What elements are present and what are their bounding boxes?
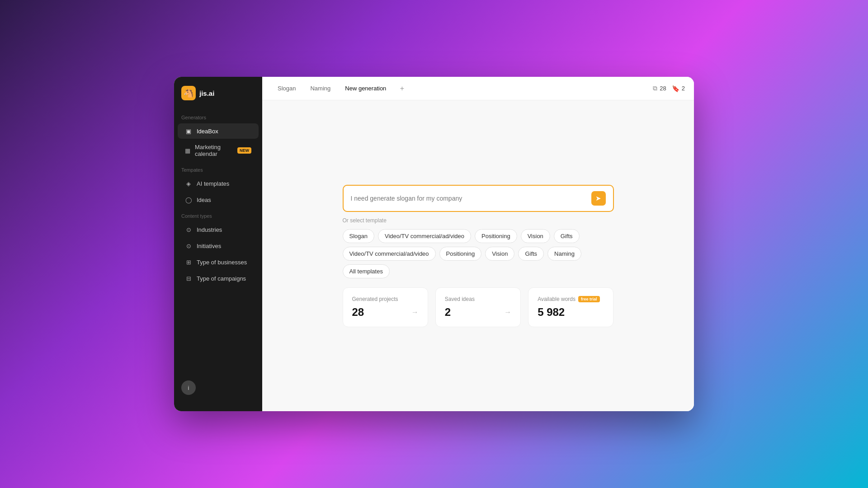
chip-video-tv-2[interactable]: Video/TV commercial/ad/video xyxy=(343,247,436,261)
saved-ideas-arrow[interactable]: → xyxy=(504,308,511,316)
topbar-right: ⧉ 28 🔖 2 xyxy=(653,84,685,92)
template-row-1: Slogan Video/TV commercial/ad/video Posi… xyxy=(343,229,614,243)
chip-positioning-1[interactable]: Positioning xyxy=(475,229,517,243)
stats-row: Generated projects 28 → Saved ideas 2 → xyxy=(343,287,614,327)
sidebar-item-ai-templates[interactable]: ◈ AI templates xyxy=(178,176,259,191)
calendar-icon: ▦ xyxy=(185,147,190,154)
tab-slogan[interactable]: Slogan xyxy=(271,82,302,94)
user-avatar[interactable]: i xyxy=(181,380,196,395)
stat-card-saved-ideas: Saved ideas 2 → xyxy=(435,287,521,327)
generated-projects-value-row: 28 → xyxy=(352,306,419,319)
topbar-projects-count: 28 xyxy=(660,85,666,92)
logo-text: jis.ai xyxy=(199,89,214,97)
search-send-button[interactable]: ➤ xyxy=(591,191,606,206)
ideas-label: Ideas xyxy=(197,197,211,203)
sidebar-item-initiatives[interactable]: ⊙ Initiatives xyxy=(178,238,259,253)
chip-vision-1[interactable]: Vision xyxy=(521,229,550,243)
tab-bar: Slogan Naming New generation + xyxy=(271,82,408,94)
content-types-section-label: Content types xyxy=(174,208,262,221)
center-area: ➤ Or select template Slogan Video/TV com… xyxy=(262,100,694,411)
logo-icon: 🐴 xyxy=(181,86,196,100)
app-window: 🐴 jis.ai Generators ▣ IdeaBox ▦ Marketin… xyxy=(174,77,694,411)
industries-icon: ⊙ xyxy=(185,226,192,233)
ideabox-icon: ▣ xyxy=(185,127,192,135)
topbar-ideas-count: 2 xyxy=(682,85,685,92)
ai-templates-label: AI templates xyxy=(197,180,229,187)
new-badge: NEW xyxy=(237,147,251,154)
available-words-value-row: 5 982 xyxy=(538,306,604,319)
chip-all-templates[interactable]: All templates xyxy=(343,264,390,278)
search-container: ➤ Or select template Slogan Video/TV com… xyxy=(343,185,614,278)
topbar-projects-stat: ⧉ 28 xyxy=(653,84,666,92)
ideas-icon: ◯ xyxy=(185,196,192,203)
search-box: ➤ xyxy=(343,185,614,212)
bookmark-icon: 🔖 xyxy=(672,85,679,92)
add-tab-button[interactable]: + xyxy=(396,83,408,94)
main-content: Slogan Naming New generation + ⧉ 28 🔖 2 xyxy=(262,77,694,411)
topbar: Slogan Naming New generation + ⧉ 28 🔖 2 xyxy=(262,77,694,100)
topbar-ideas-stat: 🔖 2 xyxy=(672,85,685,92)
logo-area[interactable]: 🐴 jis.ai xyxy=(174,86,262,109)
businesses-icon: ⊞ xyxy=(185,258,192,266)
chip-positioning-2[interactable]: Positioning xyxy=(439,247,482,261)
template-row-2: Video/TV commercial/ad/video Positioning… xyxy=(343,247,614,278)
sidebar-item-industries[interactable]: ⊙ Industries xyxy=(178,222,259,237)
generated-projects-label: Generated projects xyxy=(352,296,419,302)
chip-gifts-2[interactable]: Gifts xyxy=(518,247,544,261)
available-words-value: 5 982 xyxy=(538,306,565,319)
generated-projects-value: 28 xyxy=(352,306,364,319)
generated-projects-arrow[interactable]: → xyxy=(411,308,419,316)
free-trial-badge: free trial xyxy=(578,296,600,302)
industries-label: Industries xyxy=(197,226,222,233)
marketing-calendar-label: Marketing calendar xyxy=(195,144,231,157)
saved-ideas-value: 2 xyxy=(445,306,451,319)
chip-gifts-1[interactable]: Gifts xyxy=(554,229,580,243)
tab-naming[interactable]: Naming xyxy=(304,82,337,94)
sidebar-item-type-of-businesses[interactable]: ⊞ Type of businesses xyxy=(178,254,259,270)
available-words-label: Available words free trial xyxy=(538,296,604,302)
campaigns-icon: ⊟ xyxy=(185,275,192,282)
chip-vision-2[interactable]: Vision xyxy=(485,247,514,261)
chip-naming[interactable]: Naming xyxy=(547,247,581,261)
sidebar-item-marketing-calendar[interactable]: ▦ Marketing calendar NEW xyxy=(178,140,259,161)
sidebar-item-ideas[interactable]: ◯ Ideas xyxy=(178,192,259,207)
type-of-campaigns-label: Type of campaigns xyxy=(197,275,246,282)
saved-ideas-value-row: 2 → xyxy=(445,306,511,319)
generators-section-label: Generators xyxy=(174,109,262,123)
ai-templates-icon: ◈ xyxy=(185,180,192,187)
saved-ideas-label: Saved ideas xyxy=(445,296,511,302)
type-of-businesses-label: Type of businesses xyxy=(197,259,247,266)
sidebar: 🐴 jis.ai Generators ▣ IdeaBox ▦ Marketin… xyxy=(174,77,262,411)
chip-video-tv-1[interactable]: Video/TV commercial/ad/video xyxy=(378,229,471,243)
template-rows: Slogan Video/TV commercial/ad/video Posi… xyxy=(343,229,614,278)
initiatives-icon: ⊙ xyxy=(185,242,192,249)
stat-card-generated-projects: Generated projects 28 → xyxy=(343,287,428,327)
sidebar-bottom: i xyxy=(174,373,262,402)
sidebar-item-ideabox[interactable]: ▣ IdeaBox xyxy=(178,123,259,139)
or-select-label: Or select template xyxy=(343,217,614,224)
tab-new-generation[interactable]: New generation xyxy=(339,82,392,94)
chip-slogan[interactable]: Slogan xyxy=(343,229,374,243)
search-input[interactable] xyxy=(351,195,587,202)
layers-icon: ⧉ xyxy=(653,84,657,92)
ideabox-label: IdeaBox xyxy=(197,128,218,135)
stat-card-available-words: Available words free trial 5 982 xyxy=(528,287,613,327)
templates-section-label: Tempates xyxy=(174,162,262,175)
sidebar-item-type-of-campaigns[interactable]: ⊟ Type of campaigns xyxy=(178,271,259,286)
initiatives-label: Initiatives xyxy=(197,243,221,249)
